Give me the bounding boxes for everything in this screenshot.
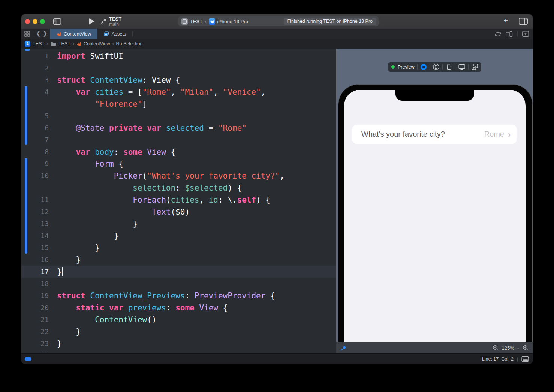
code-text: selection: $selected) {: [49, 182, 242, 194]
activity-viewer: TEST › iPhone 13 Pro Finished running TE…: [178, 16, 379, 26]
code-line[interactable]: 10 Picker("What's your favorite city?",: [21, 170, 336, 182]
code-text: var cities = ["Rome", "Milan", "Venice",: [49, 86, 265, 98]
library-add-button[interactable]: +: [503, 16, 508, 25]
editor-status-bar: Line: 17 Col: 2 |: [21, 353, 533, 364]
traffic-light-close-button[interactable]: [25, 19, 30, 24]
code-line[interactable]: 9 Form {: [21, 158, 336, 170]
code-text: ContentView(): [49, 314, 157, 326]
run-button[interactable]: [89, 18, 94, 24]
add-editor-icon[interactable]: [522, 31, 529, 37]
run-destination-icon[interactable]: [209, 18, 215, 25]
code-line[interactable]: 3struct ContentView: View {: [21, 74, 336, 86]
picker-row[interactable]: What's your favorite city? Rome ›: [352, 125, 517, 144]
code-line[interactable]: 12 Text($0): [21, 206, 336, 218]
breadcrumb-file[interactable]: ContentView: [84, 41, 110, 46]
code-text: Form {: [49, 158, 123, 170]
zoom-in-icon[interactable]: [523, 345, 529, 351]
live-preview-button[interactable]: [421, 64, 427, 70]
traffic-light-zoom-button[interactable]: [40, 19, 45, 24]
code-line[interactable]: 23}: [21, 338, 336, 350]
navigator-sidebar-toggle-icon[interactable]: [53, 18, 61, 25]
code-line[interactable]: 7: [21, 134, 336, 146]
tab-label: Assets: [111, 31, 126, 37]
breadcrumb-selection[interactable]: No Selection: [116, 41, 143, 46]
chevron-down-icon[interactable]: ⌄: [516, 346, 520, 350]
code-line[interactable]: 17}: [21, 266, 336, 278]
preview-on-device-icon[interactable]: [458, 64, 465, 70]
build-status-message: Finished running TEST on iPhone 13 Pro: [284, 18, 376, 25]
duplicate-preview-icon[interactable]: [472, 64, 478, 70]
bottom-panel-toggle-icon[interactable]: [521, 356, 529, 362]
code-line[interactable]: "Florence"]: [21, 98, 336, 110]
xcode-window: TEST main TEST › iPhone 13 Pro Finished …: [21, 14, 533, 364]
change-bar[interactable]: [25, 86, 27, 145]
code-line[interactable]: 5: [21, 110, 336, 122]
code-line[interactable]: 16 }: [21, 254, 336, 266]
change-bar[interactable]: [25, 158, 27, 254]
scheme-icon[interactable]: [181, 18, 188, 25]
code-line[interactable]: 1import SwiftUI: [21, 50, 336, 62]
divider: [455, 64, 455, 70]
text-cursor: [62, 267, 63, 276]
line-number: 22: [21, 326, 49, 338]
line-number: 18: [21, 278, 49, 290]
code-text: }: [49, 218, 138, 230]
preview-label: Preview: [398, 64, 414, 70]
breadcrumb-project[interactable]: TEST: [33, 41, 45, 46]
code-line[interactable]: 20 static var previews: some View {: [21, 302, 336, 314]
change-marker[interactable]: [25, 49, 30, 51]
source-editor[interactable]: 1import SwiftUI23struct ContentView: Vie…: [21, 49, 336, 353]
git-branch-icon: [101, 18, 106, 25]
code-line[interactable]: 14 }: [21, 230, 336, 242]
code-line[interactable]: selection: $selected) {: [21, 182, 336, 194]
scheme-name[interactable]: TEST: [190, 19, 202, 24]
code-line[interactable]: 2: [21, 62, 336, 74]
line-number: 20: [21, 302, 49, 314]
branch-name: main: [109, 22, 121, 27]
code-text: }: [49, 326, 81, 338]
breadcrumb-group[interactable]: TEST: [58, 41, 70, 46]
code-line[interactable]: 24: [21, 350, 336, 353]
related-items-icon[interactable]: [24, 31, 30, 37]
tab-assets[interactable]: Assets: [97, 29, 132, 39]
code-line[interactable]: 19struct ContentView_Previews: PreviewPr…: [21, 290, 336, 302]
zoom-level[interactable]: 125%: [502, 345, 514, 351]
picker-value: Rome: [484, 130, 504, 139]
code-line[interactable]: 21 ContentView(): [21, 314, 336, 326]
go-forward-icon[interactable]: ❯: [43, 30, 48, 37]
code-line[interactable]: 13 }: [21, 218, 336, 230]
editor-layout-icon[interactable]: [519, 18, 528, 25]
code-text: struct ContentView_Previews: PreviewProv…: [49, 290, 275, 302]
code-line[interactable]: 8 var body: some View {: [21, 146, 336, 158]
tab-bar: ❮ ❯ ContentView Assets: [21, 29, 533, 39]
iphone-screen[interactable]: What's your favorite city? Rome ›: [344, 90, 526, 348]
traffic-light-minimize-button[interactable]: [33, 19, 37, 24]
line-number: 8: [21, 146, 49, 158]
editor-options-icon[interactable]: [506, 31, 513, 37]
run-destination-name[interactable]: iPhone 13 Pro: [217, 19, 248, 24]
code-line[interactable]: 18: [21, 278, 336, 290]
code-line[interactable]: 6 @State private var selected = "Rome": [21, 122, 336, 134]
breadcrumb-separator: ›: [47, 41, 48, 46]
code-line[interactable]: 22 }: [21, 326, 336, 338]
go-back-icon[interactable]: ❮: [36, 30, 41, 37]
tab-contentview[interactable]: ContentView: [50, 29, 97, 39]
code-text: Text($0): [49, 206, 190, 218]
swap-editors-icon[interactable]: [495, 31, 501, 37]
code-line[interactable]: 4 var cities = ["Rome", "Milan", "Venice…: [21, 86, 336, 98]
divider: [132, 31, 133, 37]
orientation-icon[interactable]: [446, 64, 452, 70]
breakpoint-indicator[interactable]: [25, 357, 31, 361]
device-settings-icon[interactable]: [433, 64, 439, 70]
line-number: 2: [21, 62, 49, 74]
code-line[interactable]: 15 }: [21, 242, 336, 254]
line-number: 21: [21, 314, 49, 326]
zoom-out-icon[interactable]: [493, 345, 499, 351]
divider: |: [517, 356, 518, 362]
scm-branch-status[interactable]: TEST main: [101, 16, 121, 27]
code-line[interactable]: 11 ForEach(cities, id: \.self) {: [21, 194, 336, 206]
code-text: [49, 350, 57, 353]
swift-file-icon: [76, 42, 81, 46]
iphone-notch: [395, 90, 474, 101]
pin-icon[interactable]: [340, 345, 347, 351]
